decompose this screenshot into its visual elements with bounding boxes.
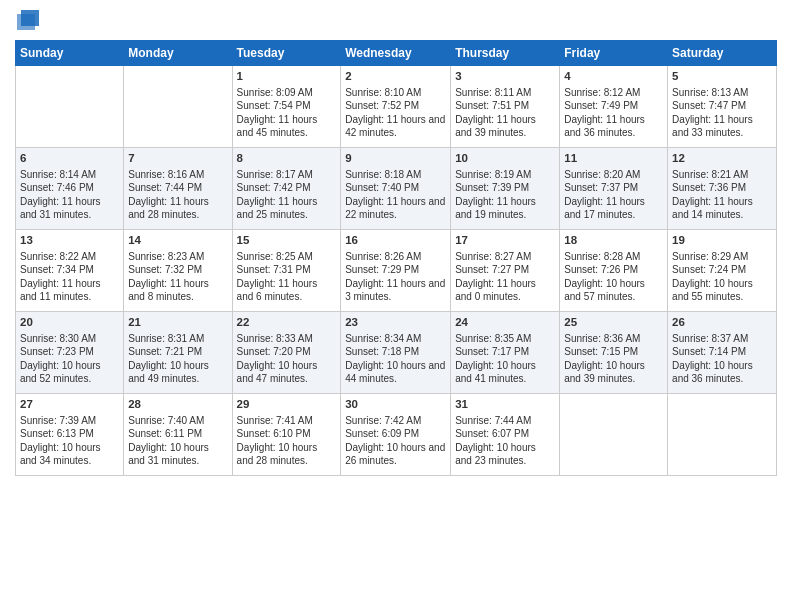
sunset-text: Sunset: 7:51 PM — [455, 100, 529, 111]
logo-icon — [17, 6, 39, 34]
day-number: 23 — [345, 315, 446, 331]
calendar-cell: 8Sunrise: 8:17 AMSunset: 7:42 PMDaylight… — [232, 148, 341, 230]
daylight-text: Daylight: 11 hours and 31 minutes. — [20, 196, 101, 221]
calendar-cell: 1Sunrise: 8:09 AMSunset: 7:54 PMDaylight… — [232, 66, 341, 148]
calendar-cell: 10Sunrise: 8:19 AMSunset: 7:39 PMDayligh… — [451, 148, 560, 230]
day-number: 18 — [564, 233, 663, 249]
calendar-cell: 15Sunrise: 8:25 AMSunset: 7:31 PMDayligh… — [232, 230, 341, 312]
day-number: 1 — [237, 69, 337, 85]
week-row: 27Sunrise: 7:39 AMSunset: 6:13 PMDayligh… — [16, 394, 777, 476]
calendar-cell: 26Sunrise: 8:37 AMSunset: 7:14 PMDayligh… — [668, 312, 777, 394]
sunset-text: Sunset: 6:07 PM — [455, 428, 529, 439]
daylight-text: Daylight: 11 hours and 19 minutes. — [455, 196, 536, 221]
sunset-text: Sunset: 7:37 PM — [564, 182, 638, 193]
daylight-text: Daylight: 10 hours and 52 minutes. — [20, 360, 101, 385]
sunrise-text: Sunrise: 8:33 AM — [237, 333, 313, 344]
weekday-header-saturday: Saturday — [668, 41, 777, 66]
calendar-cell: 21Sunrise: 8:31 AMSunset: 7:21 PMDayligh… — [124, 312, 232, 394]
calendar-cell: 9Sunrise: 8:18 AMSunset: 7:40 PMDaylight… — [341, 148, 451, 230]
calendar-cell — [16, 66, 124, 148]
sunrise-text: Sunrise: 8:34 AM — [345, 333, 421, 344]
sunset-text: Sunset: 6:13 PM — [20, 428, 94, 439]
sunset-text: Sunset: 7:17 PM — [455, 346, 529, 357]
weekday-header-sunday: Sunday — [16, 41, 124, 66]
day-number: 20 — [20, 315, 119, 331]
calendar-cell: 7Sunrise: 8:16 AMSunset: 7:44 PMDaylight… — [124, 148, 232, 230]
daylight-text: Daylight: 11 hours and 42 minutes. — [345, 114, 445, 139]
calendar-cell: 18Sunrise: 8:28 AMSunset: 7:26 PMDayligh… — [560, 230, 668, 312]
calendar-cell: 4Sunrise: 8:12 AMSunset: 7:49 PMDaylight… — [560, 66, 668, 148]
calendar-cell: 23Sunrise: 8:34 AMSunset: 7:18 PMDayligh… — [341, 312, 451, 394]
sunset-text: Sunset: 7:49 PM — [564, 100, 638, 111]
day-number: 11 — [564, 151, 663, 167]
sunrise-text: Sunrise: 7:40 AM — [128, 415, 204, 426]
calendar-cell: 20Sunrise: 8:30 AMSunset: 7:23 PMDayligh… — [16, 312, 124, 394]
sunrise-text: Sunrise: 8:26 AM — [345, 251, 421, 262]
sunrise-text: Sunrise: 8:16 AM — [128, 169, 204, 180]
sunset-text: Sunset: 7:54 PM — [237, 100, 311, 111]
day-number: 27 — [20, 397, 119, 413]
sunrise-text: Sunrise: 8:25 AM — [237, 251, 313, 262]
weekday-header-thursday: Thursday — [451, 41, 560, 66]
sunset-text: Sunset: 7:27 PM — [455, 264, 529, 275]
day-number: 8 — [237, 151, 337, 167]
daylight-text: Daylight: 11 hours and 17 minutes. — [564, 196, 645, 221]
sunrise-text: Sunrise: 8:36 AM — [564, 333, 640, 344]
day-number: 16 — [345, 233, 446, 249]
daylight-text: Daylight: 10 hours and 55 minutes. — [672, 278, 753, 303]
sunset-text: Sunset: 7:40 PM — [345, 182, 419, 193]
daylight-text: Daylight: 11 hours and 25 minutes. — [237, 196, 318, 221]
sunrise-text: Sunrise: 7:42 AM — [345, 415, 421, 426]
sunrise-text: Sunrise: 8:30 AM — [20, 333, 96, 344]
calendar-cell: 17Sunrise: 8:27 AMSunset: 7:27 PMDayligh… — [451, 230, 560, 312]
sunset-text: Sunset: 7:26 PM — [564, 264, 638, 275]
day-number: 13 — [20, 233, 119, 249]
day-number: 24 — [455, 315, 555, 331]
daylight-text: Daylight: 11 hours and 45 minutes. — [237, 114, 318, 139]
sunset-text: Sunset: 6:10 PM — [237, 428, 311, 439]
sunset-text: Sunset: 7:44 PM — [128, 182, 202, 193]
sunrise-text: Sunrise: 8:37 AM — [672, 333, 748, 344]
sunset-text: Sunset: 7:39 PM — [455, 182, 529, 193]
sunset-text: Sunset: 7:20 PM — [237, 346, 311, 357]
calendar-cell: 5Sunrise: 8:13 AMSunset: 7:47 PMDaylight… — [668, 66, 777, 148]
weekday-row: SundayMondayTuesdayWednesdayThursdayFrid… — [16, 41, 777, 66]
calendar-cell: 27Sunrise: 7:39 AMSunset: 6:13 PMDayligh… — [16, 394, 124, 476]
sunset-text: Sunset: 7:18 PM — [345, 346, 419, 357]
daylight-text: Daylight: 10 hours and 49 minutes. — [128, 360, 209, 385]
page: SundayMondayTuesdayWednesdayThursdayFrid… — [0, 0, 792, 612]
sunrise-text: Sunrise: 8:22 AM — [20, 251, 96, 262]
calendar-cell: 14Sunrise: 8:23 AMSunset: 7:32 PMDayligh… — [124, 230, 232, 312]
calendar-body: 1Sunrise: 8:09 AMSunset: 7:54 PMDaylight… — [16, 66, 777, 476]
sunset-text: Sunset: 7:15 PM — [564, 346, 638, 357]
calendar-cell: 31Sunrise: 7:44 AMSunset: 6:07 PMDayligh… — [451, 394, 560, 476]
day-number: 26 — [672, 315, 772, 331]
daylight-text: Daylight: 11 hours and 36 minutes. — [564, 114, 645, 139]
day-number: 19 — [672, 233, 772, 249]
sunrise-text: Sunrise: 8:19 AM — [455, 169, 531, 180]
daylight-text: Daylight: 11 hours and 22 minutes. — [345, 196, 445, 221]
sunrise-text: Sunrise: 8:13 AM — [672, 87, 748, 98]
calendar-cell: 30Sunrise: 7:42 AMSunset: 6:09 PMDayligh… — [341, 394, 451, 476]
calendar-cell: 28Sunrise: 7:40 AMSunset: 6:11 PMDayligh… — [124, 394, 232, 476]
day-number: 21 — [128, 315, 227, 331]
day-number: 10 — [455, 151, 555, 167]
day-number: 12 — [672, 151, 772, 167]
daylight-text: Daylight: 11 hours and 14 minutes. — [672, 196, 753, 221]
day-number: 9 — [345, 151, 446, 167]
sunset-text: Sunset: 7:47 PM — [672, 100, 746, 111]
day-number: 28 — [128, 397, 227, 413]
calendar-cell — [124, 66, 232, 148]
day-number: 3 — [455, 69, 555, 85]
sunrise-text: Sunrise: 7:39 AM — [20, 415, 96, 426]
calendar-cell: 19Sunrise: 8:29 AMSunset: 7:24 PMDayligh… — [668, 230, 777, 312]
daylight-text: Daylight: 10 hours and 39 minutes. — [564, 360, 645, 385]
week-row: 13Sunrise: 8:22 AMSunset: 7:34 PMDayligh… — [16, 230, 777, 312]
weekday-header-monday: Monday — [124, 41, 232, 66]
calendar-cell — [668, 394, 777, 476]
sunset-text: Sunset: 7:24 PM — [672, 264, 746, 275]
daylight-text: Daylight: 11 hours and 39 minutes. — [455, 114, 536, 139]
sunrise-text: Sunrise: 8:20 AM — [564, 169, 640, 180]
sunrise-text: Sunrise: 7:44 AM — [455, 415, 531, 426]
sunset-text: Sunset: 7:31 PM — [237, 264, 311, 275]
